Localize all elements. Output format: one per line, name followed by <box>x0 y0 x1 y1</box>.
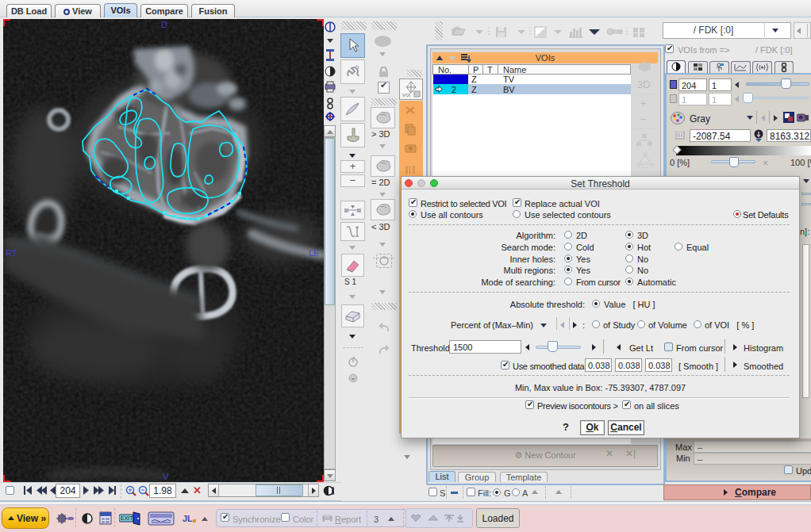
svg-text:JL: JL <box>183 514 193 523</box>
svg-text:V: V <box>163 472 169 481</box>
svg-text:D: D <box>161 20 167 29</box>
svg-text:RT: RT <box>6 248 17 258</box>
svg-text:voi: voi <box>402 91 410 98</box>
svg-text:LE: LE <box>309 248 319 258</box>
svg-text:+: + <box>640 98 647 109</box>
svg-text:3D: 3D <box>637 78 651 90</box>
svg-text:EXIT: EXIT <box>121 515 133 521</box>
svg-text:−: − <box>640 113 647 125</box>
